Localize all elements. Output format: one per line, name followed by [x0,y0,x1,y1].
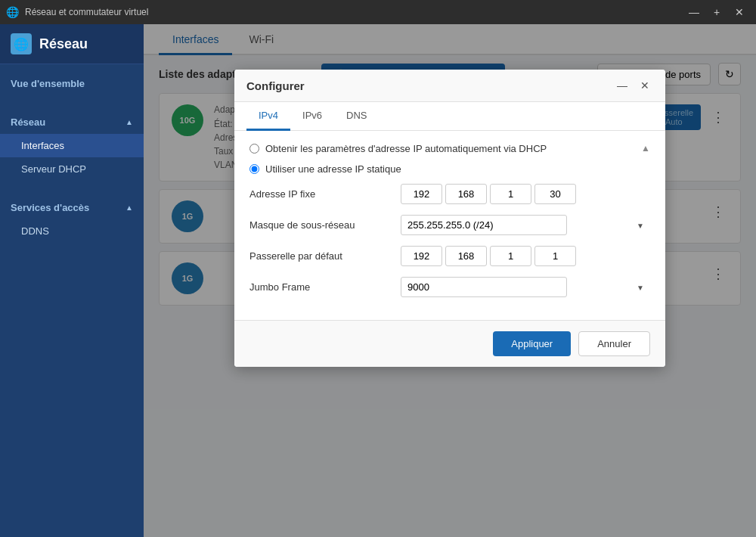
modal-close-button[interactable]: ✕ [637,77,653,94]
radio-dhcp[interactable] [249,144,259,154]
sidebar-item-interfaces[interactable]: Interfaces [0,134,144,157]
ip-fixe-octet3[interactable] [490,184,531,204]
window-controls: — + ✕ [683,4,750,20]
sidebar-section-reseau-title[interactable]: Réseau ▲ [0,110,144,134]
ip-fixe-octet2[interactable] [445,184,487,204]
radio-static-row: Utiliser une adresse IP statique [249,163,650,175]
modal-tab-ipv4[interactable]: IPv4 [246,102,290,131]
scroll-up-arrow: ▲ [641,143,650,154]
modal-tab-bar: IPv4 IPv6 DNS [234,102,665,131]
masque-label: Masque de sous-réseau [249,219,401,231]
apply-button[interactable]: Appliquer [493,331,571,356]
modal-minimize-button[interactable]: — [614,77,631,94]
sidebar-section-vue-ensemble: Vue d'ensemble [0,64,144,103]
configure-modal: Configurer — ✕ IPv4 IPv6 DNS ▲ [234,70,665,367]
minimize-button[interactable]: — [683,4,705,20]
close-button[interactable]: ✕ [729,4,750,20]
sidebar-item-ddns[interactable]: DDNS [0,219,144,243]
masque-select[interactable]: 255.255.255.0 (/24) [401,215,567,235]
sidebar-section-reseau: Réseau ▲ Interfaces Serveur DHCP [0,103,144,188]
sidebar-header: 🌐 Réseau [0,24,144,64]
jumbo-label: Jumbo Frame [249,281,401,293]
ip-fixe-inputs [401,184,650,204]
app-icon: 🌐 [6,6,19,18]
masque-select-wrapper: 255.255.255.0 (/24) [401,215,650,235]
chevron-icon-services: ▲ [125,203,133,212]
modal-titlebar: Configurer — ✕ [234,70,665,102]
cancel-button[interactable]: Annuler [578,331,650,356]
form-row-masque: Masque de sous-réseau 255.255.255.0 (/24… [249,215,650,235]
jumbo-select-wrapper: 9000 [401,277,650,297]
maximize-button[interactable]: + [706,4,727,20]
chevron-icon: ▲ [125,118,133,126]
sidebar-item-vue-ensemble[interactable]: Vue d'ensemble [0,72,144,95]
modal-titlebar-controls: — ✕ [614,77,653,94]
modal-overlay: Configurer — ✕ IPv4 IPv6 DNS ▲ [144,24,756,537]
ip-fixe-label: Adresse IP fixe [249,188,401,200]
passerelle-octet3[interactable] [490,246,531,266]
modal-title: Configurer [246,79,305,92]
passerelle-inputs [401,246,650,266]
form-row-passerelle: Passerelle par défaut [249,246,650,266]
radio-dhcp-row: Obtenir les paramètres d'adresse IP auto… [249,143,650,154]
modal-tab-dns[interactable]: DNS [334,102,379,131]
radio-static[interactable] [249,164,259,174]
sidebar-section-services: Services d'accès ▲ DDNS [0,188,144,250]
form-row-jumbo: Jumbo Frame 9000 [249,277,650,297]
modal-footer: Appliquer Annuler [234,320,665,367]
passerelle-octet2[interactable] [445,246,487,266]
sidebar-item-serveur-dhcp[interactable]: Serveur DHCP [0,157,144,181]
passerelle-octet1[interactable] [401,246,442,266]
ip-fixe-octet1[interactable] [401,184,442,204]
sidebar-icon: 🌐 [11,33,32,54]
app-title: Réseau et commutateur virtuel [25,7,677,17]
radio-static-label[interactable]: Utiliser une adresse IP statique [265,163,401,175]
jumbo-select[interactable]: 9000 [401,277,567,297]
ip-fixe-octet4[interactable] [534,184,576,204]
sidebar-section-services-title[interactable]: Services d'accès ▲ [0,196,144,219]
passerelle-octet4[interactable] [534,246,576,266]
modal-tab-ipv6[interactable]: IPv6 [290,102,334,131]
passerelle-label: Passerelle par défaut [249,250,401,262]
sidebar-title: Réseau [39,36,88,52]
form-row-ip-fixe: Adresse IP fixe [249,184,650,204]
sidebar: 🌐 Réseau Vue d'ensemble Réseau ▲ Interfa… [0,24,144,537]
titlebar: 🌐 Réseau et commutateur virtuel — + ✕ [0,0,756,24]
radio-dhcp-label[interactable]: Obtenir les paramètres d'adresse IP auto… [265,143,547,154]
modal-body: ▲ Obtenir les paramètres d'adresse IP au… [234,131,665,320]
